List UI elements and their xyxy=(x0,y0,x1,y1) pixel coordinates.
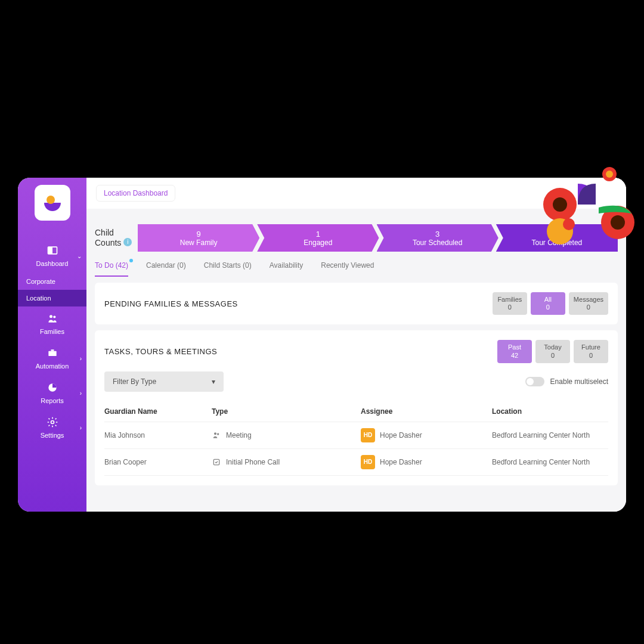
stage-engaged[interactable]: 1Engaged xyxy=(257,224,379,252)
cell-assignee: HDHope Dasher xyxy=(361,428,492,442)
automation-icon xyxy=(47,347,58,359)
table-header: Guardian Name Type Assignee Location xyxy=(104,401,608,422)
svg-point-7 xyxy=(51,421,54,424)
svg-rect-5 xyxy=(51,349,54,351)
svg-point-18 xyxy=(563,218,575,230)
sidebar-item-settings[interactable]: Settings › xyxy=(18,410,86,445)
sidebar-item-automation[interactable]: Automation › xyxy=(18,341,86,376)
svg-point-14 xyxy=(611,215,625,230)
nav-label: Reports xyxy=(41,397,64,404)
chevron-right-icon: › xyxy=(80,425,82,431)
avatar: HD xyxy=(361,428,375,442)
breadcrumb[interactable]: Location Dashboard xyxy=(96,185,175,202)
pending-panel: PENDING FAMILIES & MESSAGES Families0 Al… xyxy=(95,283,618,324)
sidebar-item-families[interactable]: Families xyxy=(18,306,86,341)
dashboard-icon xyxy=(47,244,58,256)
table-row[interactable]: Mia Johnson Meeting HDHope Dasher Bedfor… xyxy=(104,422,608,449)
tab-child-starts[interactable]: Child Starts (0) xyxy=(204,261,252,277)
chip-all[interactable]: All0 xyxy=(531,292,565,315)
tab-availability[interactable]: Availability xyxy=(270,261,303,277)
nav-label: Settings xyxy=(41,432,64,439)
decorative-graphic xyxy=(539,166,634,249)
svg-point-12 xyxy=(553,197,567,212)
tasks-panel: TASKS, TOURS & MEETINGS Past42 Today0 Fu… xyxy=(95,330,618,485)
tabs: To Do (42) Calendar (0) Child Starts (0)… xyxy=(86,252,626,277)
nav-label: Automation xyxy=(36,363,69,370)
cell-guardian: Mia Johnson xyxy=(104,431,212,439)
chip-past[interactable]: Past42 xyxy=(497,340,532,363)
tab-calendar[interactable]: Calendar (0) xyxy=(146,261,186,277)
multiselect-toggle[interactable] xyxy=(525,377,544,386)
chip-today[interactable]: Today0 xyxy=(535,340,570,363)
multiselect-label: Enable multiselect xyxy=(550,377,608,386)
svg-point-2 xyxy=(49,315,52,318)
svg-point-3 xyxy=(53,315,55,318)
th-assignee: Assignee xyxy=(361,407,492,416)
table-row[interactable]: Brian Cooper Initial Phone Call HDHope D… xyxy=(104,449,608,476)
chevron-down-icon: ▾ xyxy=(212,377,215,386)
nav-label: Dashboard xyxy=(36,260,69,267)
cell-type: Initial Phone Call xyxy=(212,457,361,467)
chip-future[interactable]: Future0 xyxy=(574,340,608,363)
sidebar-sub-corporate[interactable]: Corporate xyxy=(18,273,86,290)
app-logo xyxy=(35,185,70,221)
pending-chips: Families0 All0 Messages0 xyxy=(493,292,608,315)
th-guardian: Guardian Name xyxy=(104,407,212,416)
pending-title: PENDING FAMILIES & MESSAGES xyxy=(104,299,238,308)
cell-location: Bedford Learning Center North xyxy=(492,431,608,439)
sidebar-sub-location[interactable]: Location xyxy=(18,290,86,306)
th-type: Type xyxy=(212,407,361,416)
cell-assignee: HDHope Dasher xyxy=(361,455,492,469)
chip-families[interactable]: Families0 xyxy=(493,292,527,315)
tasks-title: TASKS, TOURS & MEETINGS xyxy=(104,347,217,356)
svg-rect-4 xyxy=(48,351,56,356)
filter-by-type-select[interactable]: Filter By Type▾ xyxy=(104,371,224,392)
chip-messages[interactable]: Messages0 xyxy=(569,292,608,315)
svg-rect-1 xyxy=(48,247,52,254)
cell-location: Bedford Learning Center North xyxy=(492,458,608,466)
chevron-right-icon: › xyxy=(80,355,82,362)
meeting-icon xyxy=(212,431,221,440)
sidebar-item-reports[interactable]: Reports › xyxy=(18,376,86,410)
tasks-table: Guardian Name Type Assignee Location Mia… xyxy=(104,401,608,476)
svg-point-9 xyxy=(217,433,219,435)
phone-call-icon xyxy=(212,457,221,467)
cell-guardian: Brian Cooper xyxy=(104,458,212,466)
avatar: HD xyxy=(361,455,375,469)
stage-new-family[interactable]: 9New Family xyxy=(138,224,259,252)
multiselect-toggle-wrap: Enable multiselect xyxy=(525,377,608,386)
sidebar: Dashboard ⌄ Corporate Location Families … xyxy=(18,178,86,512)
app-window: Dashboard ⌄ Corporate Location Families … xyxy=(18,178,626,512)
cell-type: Meeting xyxy=(212,431,361,440)
tasks-chips: Past42 Today0 Future0 xyxy=(497,340,608,363)
gear-icon xyxy=(47,416,58,428)
th-location: Location xyxy=(492,407,608,416)
stages-label: Child Countsi xyxy=(95,228,138,248)
reports-icon xyxy=(47,382,58,394)
info-icon[interactable]: i xyxy=(123,238,132,246)
stage-tour-scheduled[interactable]: 3Tour Scheduled xyxy=(377,224,499,252)
tab-recently-viewed[interactable]: Recently Viewed xyxy=(321,261,374,277)
nav-label: Families xyxy=(40,328,64,335)
families-icon xyxy=(47,312,58,324)
chevron-down-icon: ⌄ xyxy=(77,253,82,259)
tab-todo[interactable]: To Do (42) xyxy=(95,261,128,277)
notification-dot xyxy=(129,259,133,262)
sidebar-item-dashboard[interactable]: Dashboard ⌄ xyxy=(18,239,86,273)
svg-point-8 xyxy=(214,432,216,435)
chevron-right-icon: › xyxy=(80,390,82,397)
svg-point-16 xyxy=(606,171,613,178)
